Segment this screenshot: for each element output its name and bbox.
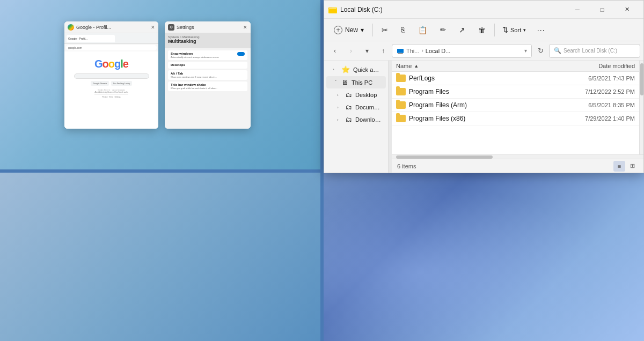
settings-item-snap-label: Snap windows bbox=[171, 52, 245, 55]
folder-icon-program-files bbox=[396, 88, 406, 95]
downloads-icon: 🗂 bbox=[346, 116, 352, 123]
quick-access-icon: ⭐ bbox=[341, 65, 350, 73]
column-date-header[interactable]: Date modified bbox=[560, 63, 635, 69]
copy-button[interactable]: ⎘ bbox=[396, 20, 411, 40]
column-headers: Name ▲ Date modified bbox=[392, 61, 639, 72]
settings-thumb-body: System > Multitasking Multitasking Snap … bbox=[165, 33, 251, 129]
settings-item-titlebar-label: Title bar window shake bbox=[171, 83, 245, 86]
horizontal-scrollbar[interactable] bbox=[392, 154, 643, 159]
google-footer-text: Google offered in: various languages Abo… bbox=[94, 89, 128, 99]
maximize-button[interactable]: □ bbox=[590, 1, 614, 19]
back-button[interactable]: ‹ bbox=[327, 43, 342, 58]
settings-item-titlebar: Title bar window shake When you grab a t… bbox=[168, 81, 247, 91]
new-chevron: ▾ bbox=[361, 26, 364, 34]
sidebar-item-quick-access[interactable]: › ⭐ Quick acces bbox=[326, 63, 386, 76]
forward-button[interactable]: › bbox=[343, 43, 358, 58]
close-button[interactable]: ✕ bbox=[614, 1, 639, 19]
google-search-buttons: Google Search I'm Feeling Lucky bbox=[91, 81, 133, 86]
sort-chevron: ▾ bbox=[523, 27, 526, 33]
minimize-button[interactable]: ─ bbox=[565, 1, 590, 19]
recent-locations-button[interactable]: ▾ bbox=[360, 43, 375, 58]
toolbar-separator-1 bbox=[372, 24, 373, 36]
snap-desc: Automatically size and arrange windows o… bbox=[171, 56, 245, 58]
file-content-area: Name ▲ Date modified PerfLogs 6/5/2021 7 bbox=[392, 61, 643, 173]
cut-button[interactable]: ✂ bbox=[376, 20, 393, 40]
list-view-button[interactable]: ≡ bbox=[613, 161, 625, 172]
folder-icon-perflogs bbox=[396, 75, 406, 82]
rename-button[interactable]: ✏ bbox=[435, 20, 451, 40]
sidebar-item-desktop[interactable]: › 🗂 Desktop bbox=[326, 89, 386, 101]
toolbar: + New ▾ ✂ ⎘ 📋 ✏ ↗ 🗑 bbox=[324, 19, 643, 41]
this-pc-icon bbox=[397, 48, 404, 54]
file-row-perflogs[interactable]: PerfLogs 6/5/2021 7:43 PM bbox=[392, 72, 639, 85]
settings-item-desktops-label: Desktops bbox=[171, 63, 245, 66]
share-icon: ↗ bbox=[459, 26, 465, 34]
file-row-program-files-arm[interactable]: Program Files (Arm) 6/5/2021 8:35 PM bbox=[392, 99, 639, 112]
sidebar-item-downloads[interactable]: › 🗂 Downlod... bbox=[326, 114, 386, 125]
svg-rect-4 bbox=[397, 49, 404, 53]
delete-button[interactable]: 🗑 bbox=[473, 20, 491, 40]
sidebar-item-documents[interactable]: › 🗂 Documen... bbox=[326, 101, 386, 113]
new-button[interactable]: + New ▾ bbox=[328, 20, 369, 40]
scrollbar-thumb bbox=[640, 63, 643, 95]
window-thumbnail-settings[interactable]: ⚙ Settings ✕ System > Multitasking Multi… bbox=[165, 21, 251, 129]
search-placeholder: Search Local Disk (C:) bbox=[564, 48, 617, 54]
settings-item-alttab-label: Alt / Tab bbox=[171, 72, 245, 75]
paste-icon: 📋 bbox=[418, 26, 427, 34]
address-separator-1: › bbox=[421, 48, 423, 54]
file-row-program-files[interactable]: Program Files 7/12/2022 2:52 PM bbox=[392, 85, 639, 99]
settings-thumb-title: Settings bbox=[177, 25, 241, 30]
grid-view-button[interactable]: ⊞ bbox=[626, 161, 638, 172]
column-name-header[interactable]: Name ▲ bbox=[396, 63, 560, 69]
this-pc-icon-sidebar: 🖥 bbox=[341, 78, 348, 86]
google-search-btn: Google Search bbox=[91, 81, 109, 86]
status-bar: 6 items ≡ ⊞ bbox=[392, 159, 643, 173]
explorer-title: Local Disk (C:) bbox=[340, 6, 565, 13]
more-options-button[interactable]: ··· bbox=[532, 21, 550, 39]
settings-close-icon: ✕ bbox=[243, 25, 247, 30]
chrome-tab-label: Google - Profil... bbox=[68, 37, 87, 40]
sort-icon: ⇅ bbox=[502, 26, 508, 34]
paste-button[interactable]: 📋 bbox=[413, 20, 433, 40]
vertical-scrollbar[interactable] bbox=[639, 61, 643, 154]
file-date-program-files-arm: 6/5/2021 8:35 PM bbox=[560, 102, 635, 108]
file-name-program-files-arm: Program Files (Arm) bbox=[409, 101, 557, 109]
name-sort-chevron: ▲ bbox=[414, 63, 419, 69]
this-pc-chevron: › bbox=[333, 80, 338, 85]
quick-access-chevron: › bbox=[333, 67, 338, 72]
sidebar-item-this-pc[interactable]: › 🖥 This PC bbox=[326, 76, 386, 88]
chrome-tab: Google - Profil... bbox=[67, 35, 115, 42]
address-bar[interactable]: Thi... › Local D... ▾ bbox=[392, 44, 532, 58]
desktop-label: Desktop bbox=[355, 92, 382, 98]
search-bar[interactable]: 🔍 Search Local Disk (C:) bbox=[549, 44, 640, 58]
share-button[interactable]: ↗ bbox=[453, 20, 471, 40]
chrome-address-bar: google.com bbox=[66, 45, 157, 50]
desktop-quadrant-4 bbox=[324, 172, 644, 341]
file-explorer-window[interactable]: Local Disk (C:) ─ □ ✕ + New ▾ ✂ ⎘ 📋 bbox=[324, 0, 644, 173]
toolbar-separator-2 bbox=[494, 24, 495, 36]
address-this-pc: Thi... bbox=[406, 48, 419, 54]
new-circle-icon: + bbox=[334, 26, 342, 34]
file-row-program-files-x86[interactable]: Program Files (x86) 7/29/2022 1:40 PM bbox=[392, 112, 639, 125]
downloads-label: Downlod... bbox=[355, 116, 382, 123]
main-content: › ⭐ Quick acces › 🖥 This PC › 🗂 Desktop bbox=[324, 61, 643, 173]
cut-icon: ✂ bbox=[382, 26, 388, 34]
sort-label: Sort bbox=[510, 27, 521, 33]
window-thumbnail-chrome[interactable]: Google - Profil... ✕ Google - Profil... … bbox=[64, 21, 158, 129]
snap-toggle bbox=[237, 52, 245, 56]
rename-icon: ✏ bbox=[440, 26, 446, 34]
settings-top-area: System > Multitasking Multitasking bbox=[165, 33, 251, 48]
titlebar: Local Disk (C:) ─ □ ✕ bbox=[324, 1, 643, 19]
refresh-button[interactable]: ↻ bbox=[533, 43, 548, 58]
alttab-desc: Show open windows and 3 most recent tabs… bbox=[171, 76, 245, 78]
address-dropdown-chevron[interactable]: ▾ bbox=[524, 48, 527, 54]
status-items-count: 6 items bbox=[397, 163, 416, 169]
chrome-close-icon: ✕ bbox=[151, 25, 155, 30]
file-name-program-files-x86: Program Files (x86) bbox=[409, 115, 557, 122]
delete-icon: 🗑 bbox=[478, 26, 486, 34]
settings-thumb-header: ⚙ Settings ✕ bbox=[165, 21, 251, 33]
file-name-perflogs: PerfLogs bbox=[409, 75, 557, 82]
documents-chevron: › bbox=[337, 105, 342, 110]
up-button[interactable]: ↑ bbox=[376, 43, 391, 58]
sort-button[interactable]: ⇅ Sort ▾ bbox=[498, 20, 530, 40]
